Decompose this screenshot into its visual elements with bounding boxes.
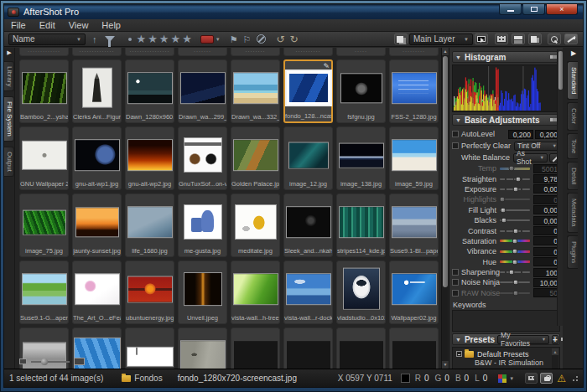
star-rating-1-icon[interactable]: ★ bbox=[137, 33, 148, 45]
thumbnail-image[interactable] bbox=[184, 138, 221, 172]
adjustment-slider[interactable] bbox=[500, 260, 530, 263]
thumbnail-image[interactable] bbox=[234, 140, 278, 170]
thumbnail-cell[interactable]: Suse9.1-Bl...papers.jpg bbox=[389, 193, 439, 257]
thumbnail-cell[interactable]: ·········· bbox=[283, 48, 333, 56]
thumbnail-image[interactable] bbox=[23, 210, 65, 234]
filter-icon[interactable] bbox=[105, 36, 115, 42]
thumbnail-image[interactable] bbox=[75, 274, 119, 304]
thumbnail-image[interactable] bbox=[392, 207, 436, 237]
thumbnail-cell[interactable]: meditate.jpg bbox=[231, 193, 280, 257]
scroll-up-icon[interactable]: ▲ bbox=[552, 348, 558, 355]
slider-thumb[interactable] bbox=[509, 270, 515, 276]
tab-standard[interactable]: Standard bbox=[567, 61, 578, 100]
panel-scrollbar[interactable] bbox=[557, 49, 563, 326]
adjustment-slider[interactable] bbox=[500, 230, 530, 232]
collapse-folder-icon[interactable] bbox=[456, 351, 462, 357]
thumbnail-cell[interactable]: Dawn_1280x960.jpg bbox=[125, 59, 174, 123]
expand-right-icon[interactable]: ▶ bbox=[563, 48, 583, 59]
thumbnail-image[interactable] bbox=[392, 73, 436, 103]
thumbnail-image[interactable] bbox=[344, 268, 379, 308]
thumbnail-image[interactable] bbox=[234, 341, 278, 369]
expand-right-icon[interactable]: ▶ bbox=[4, 48, 14, 56]
thumbnail-cell[interactable]: ubuntuenergy.jpg bbox=[125, 260, 174, 324]
menu-view[interactable]: View bbox=[62, 19, 96, 32]
thumbnail-image[interactable] bbox=[128, 276, 172, 302]
thumbnail-image[interactable] bbox=[287, 274, 330, 304]
autolevel-black-value[interactable]: 0,200 bbox=[508, 130, 533, 139]
thumbnail-image[interactable] bbox=[340, 341, 383, 369]
tab-file-system[interactable]: File System bbox=[4, 96, 14, 142]
preset-folder-row[interactable]: Default Presets bbox=[456, 349, 551, 358]
slider-thumb[interactable] bbox=[512, 280, 518, 286]
thumbnail-cell[interactable]: ····· bbox=[336, 48, 386, 56]
thumbnail-cell[interactable]: Bamboo_2...ysha.jpg bbox=[19, 59, 69, 123]
thumbnail-cell[interactable]: me-gusta.jpg bbox=[178, 193, 227, 257]
thumbnail-image[interactable] bbox=[184, 205, 221, 239]
thumbnail-image[interactable] bbox=[392, 274, 436, 304]
adjustment-slider[interactable] bbox=[500, 240, 530, 242]
image-view-icon[interactable] bbox=[528, 34, 542, 44]
close-button[interactable]: × bbox=[546, 4, 578, 15]
thumbnail-image[interactable] bbox=[287, 207, 330, 237]
thumbnail-image[interactable] bbox=[287, 71, 330, 105]
thumbnail-image[interactable] bbox=[234, 73, 278, 103]
color-management-icon[interactable] bbox=[498, 374, 502, 379]
tab-output[interactable]: Output bbox=[4, 147, 14, 177]
thumbnail-cell[interactable]: image_59.jpg bbox=[389, 126, 439, 190]
thumbnail-cell[interactable] bbox=[336, 328, 386, 369]
thumbnail-image[interactable] bbox=[392, 341, 436, 369]
slider-thumb[interactable] bbox=[500, 207, 506, 213]
clear-flag-icon[interactable] bbox=[257, 34, 266, 44]
thumbnail-image[interactable] bbox=[181, 73, 225, 103]
scrollbar-thumb[interactable] bbox=[443, 56, 448, 287]
thumbnail-cell[interactable]: image_138.jpg bbox=[336, 126, 386, 190]
thumbnail-image[interactable] bbox=[392, 140, 436, 170]
perfectly-clear-checkbox[interactable] bbox=[452, 142, 459, 149]
thumbnail-cell[interactable]: image_12.jpg bbox=[283, 126, 333, 190]
menu-edit[interactable]: Edit bbox=[33, 19, 62, 32]
thumbnail-cell[interactable]: Golden Palace.jpg bbox=[231, 126, 280, 190]
thumbnail-cell[interactable]: Wallpaper02.jpg bbox=[389, 260, 439, 324]
adjustment-checkbox[interactable] bbox=[452, 290, 459, 297]
thumbnail-cell[interactable]: vista-wall...h-tree.jpg bbox=[231, 260, 280, 324]
flag-icon[interactable]: ⚑ bbox=[230, 33, 238, 46]
add-preset-button[interactable]: + bbox=[552, 335, 558, 344]
thumbnail-cell[interactable]: ······· bbox=[178, 48, 227, 56]
thumbnail-image[interactable] bbox=[128, 73, 172, 103]
tab-plugins[interactable]: Plugins bbox=[567, 235, 578, 269]
thumbnail-image[interactable] bbox=[184, 273, 221, 305]
thumbnail-cell[interactable]: ········ bbox=[231, 48, 280, 56]
adjustment-slider[interactable] bbox=[500, 292, 530, 294]
adjustment-slider[interactable] bbox=[500, 188, 530, 190]
thumbnail-image[interactable] bbox=[83, 68, 112, 106]
slider-thumb[interactable] bbox=[516, 176, 522, 182]
slideshow-icon[interactable] bbox=[475, 34, 488, 44]
layer-select[interactable]: Main Layer ▼ bbox=[409, 34, 473, 45]
autolevel-checkbox[interactable] bbox=[452, 131, 459, 137]
thumbnail-cell[interactable]: ·············· bbox=[72, 48, 122, 56]
resize-grip[interactable] bbox=[573, 376, 578, 381]
pin-icon[interactable] bbox=[550, 118, 557, 121]
thumbnail-cell[interactable] bbox=[389, 328, 439, 369]
minimize-button[interactable] bbox=[499, 4, 522, 15]
adjustment-slider[interactable] bbox=[500, 178, 530, 180]
flag-pick-icon[interactable]: ⚐ bbox=[243, 33, 252, 46]
thumbnail-cell[interactable]: fsfgnu.jpg bbox=[336, 59, 386, 123]
thumbnail-image[interactable] bbox=[23, 274, 66, 304]
tab-detail[interactable]: Detail bbox=[567, 162, 578, 190]
adjustment-slider[interactable] bbox=[500, 199, 530, 200]
histogram-header[interactable]: ▼ Histogram bbox=[452, 51, 560, 63]
tab-library[interactable]: Library bbox=[4, 61, 14, 91]
star-rating-4-icon[interactable]: ★ bbox=[170, 33, 182, 45]
star-rating-5-icon[interactable]: ★ bbox=[182, 33, 194, 45]
thumbnail-cell[interactable]: jaunty-sunset.jpg bbox=[72, 193, 122, 257]
thumbnail-cell[interactable]: Unveil.jpeg bbox=[178, 260, 227, 324]
slider-thumb[interactable] bbox=[499, 197, 505, 203]
slider-thumb[interactable] bbox=[512, 259, 518, 265]
keywords-input[interactable] bbox=[452, 310, 560, 332]
thumbnail-image[interactable] bbox=[23, 142, 66, 169]
thumbnail-cell[interactable]: ········· bbox=[389, 48, 439, 56]
star-rating-3-icon[interactable]: ★ bbox=[159, 33, 171, 45]
slider-thumb[interactable] bbox=[512, 290, 518, 296]
thumbnail-cell[interactable]: stripes114_kde.jpg bbox=[336, 193, 386, 257]
